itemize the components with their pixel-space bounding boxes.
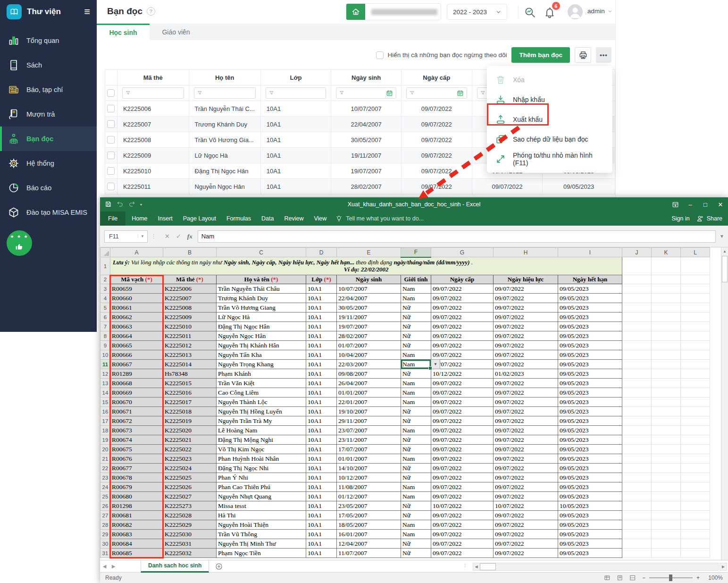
- cell-C19[interactable]: Đặng Thị Mộng Nghi: [217, 435, 306, 445]
- name-box-dropdown-icon[interactable]: ▼: [138, 234, 144, 238]
- cell-I4[interactable]: 09/05/2023: [558, 294, 622, 303]
- row-header-23[interactable]: 23: [100, 473, 110, 482]
- table-row[interactable]: K2225011Nguyễn Ngọc Hân10A128/02/200709/…: [105, 179, 615, 194]
- cell-E18[interactable]: 23/07/2007: [337, 426, 401, 435]
- cell[interactable]: [622, 322, 652, 331]
- cell[interactable]: [652, 492, 681, 501]
- cell-A20[interactable]: R00675: [110, 445, 163, 454]
- cell-D6[interactable]: 10A1: [306, 313, 337, 322]
- cell[interactable]: 10A1: [260, 163, 331, 179]
- cell-I28[interactable]: 09/05/2023: [558, 520, 622, 530]
- cell[interactable]: [652, 549, 681, 558]
- cell-F8[interactable]: Nữ: [401, 331, 431, 341]
- cell-B16[interactable]: K2225018: [163, 407, 217, 416]
- column-header-J[interactable]: J: [622, 248, 652, 257]
- cell-G8[interactable]: 09/07/2022: [431, 331, 494, 341]
- cell-H31[interactable]: 09/07/2022: [494, 549, 558, 558]
- cell-D13[interactable]: 10A1: [306, 379, 337, 388]
- cell[interactable]: [622, 303, 652, 313]
- cell-I27[interactable]: 09/05/2023: [558, 511, 622, 520]
- cell[interactable]: 09/07/2022: [472, 179, 543, 194]
- feedback-badge[interactable]: ★ ★ ★: [7, 230, 32, 256]
- cell-F21[interactable]: Nam: [401, 454, 431, 464]
- cell-C16[interactable]: Nguyễn Thị Hồng Luyến: [217, 407, 306, 416]
- scroll-up-icon[interactable]: ▲: [721, 247, 728, 255]
- zoom-level[interactable]: 100%: [706, 575, 723, 581]
- cell[interactable]: 10A1: [260, 148, 331, 163]
- sheet-tab[interactable]: Danh sach hoc sinh: [141, 560, 209, 573]
- cell[interactable]: [622, 482, 652, 492]
- cell-B17[interactable]: K2225019: [163, 416, 217, 426]
- cell-C4[interactable]: Trương Khánh Duy: [217, 294, 306, 303]
- cell[interactable]: K2225007: [117, 117, 189, 132]
- cell-A28[interactable]: R00682: [110, 520, 163, 530]
- cell-D5[interactable]: 10A1: [306, 303, 337, 313]
- cell-C21[interactable]: Phan Huỳnh Hoài Nhân: [217, 454, 306, 464]
- cell-F2[interactable]: Giới tính: [401, 275, 431, 284]
- cell-F31[interactable]: Nữ: [401, 549, 431, 558]
- cell[interactable]: [622, 416, 652, 426]
- column-header-F[interactable]: F: [401, 248, 431, 257]
- cell[interactable]: [652, 275, 681, 284]
- calendar-icon[interactable]: [386, 90, 393, 97]
- cell[interactable]: [652, 341, 681, 350]
- cell-B21[interactable]: K2225023: [163, 454, 217, 464]
- cell-A11[interactable]: R00667: [110, 360, 163, 369]
- column-header-A[interactable]: A: [110, 248, 163, 257]
- cell-F16[interactable]: Nữ: [401, 407, 431, 416]
- cell-A19[interactable]: R00674: [110, 435, 163, 445]
- column-header[interactable]: Ngày cấp: [401, 70, 472, 85]
- scroll-left-icon[interactable]: ◀: [473, 563, 479, 570]
- cell[interactable]: [652, 520, 681, 530]
- cell-I9[interactable]: 09/05/2023: [558, 341, 622, 350]
- cell-D10[interactable]: 10A1: [306, 350, 337, 360]
- cell-I31[interactable]: 09/05/2023: [558, 549, 622, 558]
- cell-G31[interactable]: 09/07/2022: [431, 549, 494, 558]
- ribbon-tab-page-layout[interactable]: Page Layout: [178, 211, 221, 226]
- cell-H30[interactable]: 09/07/2022: [494, 539, 558, 549]
- cell-B30[interactable]: K2225031: [163, 539, 217, 549]
- cell-E17[interactable]: 29/11/2007: [337, 416, 401, 426]
- cell-A1-notice[interactable]: Lưu ý: Vui lòng nhập các thông tin ngày …: [110, 257, 622, 275]
- row-checkbox[interactable]: [107, 152, 115, 159]
- cell[interactable]: [652, 331, 681, 341]
- column-header-I[interactable]: I: [558, 248, 622, 257]
- cell[interactable]: 09/07/2022: [401, 117, 472, 132]
- cell-D11[interactable]: 10A1: [306, 360, 337, 369]
- formula-input[interactable]: Nam: [198, 230, 716, 243]
- cell-E23[interactable]: 10/12/2007: [337, 473, 401, 482]
- cell[interactable]: K2225011: [117, 179, 189, 194]
- cell-H27[interactable]: 09/07/2022: [494, 511, 558, 520]
- cell-G5[interactable]: 09/07/2022: [431, 303, 494, 313]
- row-select-cell[interactable]: [105, 148, 117, 163]
- cell-I16[interactable]: 09/05/2023: [558, 407, 622, 416]
- add-reader-button[interactable]: Thêm bạn đọc: [511, 47, 570, 63]
- cell-D30[interactable]: 10A1: [306, 539, 337, 549]
- cell[interactable]: 28/02/2007: [331, 179, 402, 194]
- undo-icon[interactable]: [117, 201, 124, 208]
- cell-B27[interactable]: K2225028: [163, 511, 217, 520]
- cell-A12[interactable]: R01289: [110, 369, 163, 379]
- cell[interactable]: [652, 294, 681, 303]
- cell[interactable]: [622, 331, 652, 341]
- cell-B8[interactable]: K2225011: [163, 331, 217, 341]
- hamburger-menu-icon[interactable]: ≡: [84, 7, 90, 17]
- cell-B14[interactable]: K2225016: [163, 388, 217, 397]
- row-header-31[interactable]: 31: [100, 549, 110, 558]
- cell-F18[interactable]: Nam: [401, 426, 431, 435]
- cell[interactable]: [622, 350, 652, 360]
- cell-H15[interactable]: 09/07/2022: [494, 397, 558, 407]
- menu-item-import[interactable]: Nhập khẩu: [487, 90, 612, 110]
- row-header-11[interactable]: 11: [100, 360, 110, 369]
- row-header-25[interactable]: 25: [100, 492, 110, 501]
- cell[interactable]: [652, 313, 681, 322]
- cell[interactable]: [622, 313, 652, 322]
- cell-H12[interactable]: 01/02/2023: [494, 369, 558, 379]
- row-header-9[interactable]: 9: [100, 341, 110, 350]
- cell-A21[interactable]: R00676: [110, 454, 163, 464]
- cell-B25[interactable]: K2225027: [163, 492, 217, 501]
- cell-D14[interactable]: 10A1: [306, 388, 337, 397]
- cell[interactable]: [622, 464, 652, 473]
- cell-D7[interactable]: 10A1: [306, 322, 337, 331]
- cell-E30[interactable]: 12/04/2007: [337, 539, 401, 549]
